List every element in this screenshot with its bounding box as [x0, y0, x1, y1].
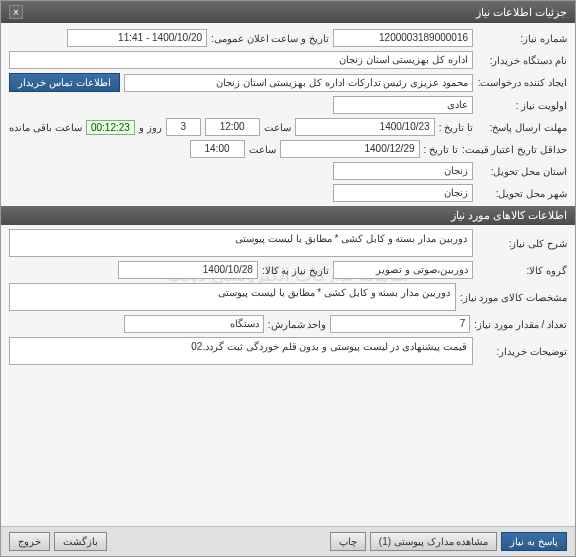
city-label: شهر محل تحویل: — [477, 188, 567, 199]
announce-field: 1400/10/20 - 11:41 — [67, 29, 207, 47]
remain-label: ساعت باقی مانده — [9, 122, 82, 133]
buyer-field: اداره کل بهزیستی استان زنجان — [9, 51, 473, 69]
province-label: استان محل تحویل: — [477, 166, 567, 177]
to-date-label-2: تا تاریخ : — [424, 144, 458, 155]
footer-bar: پاسخ به نیاز مشاهده مدارک پیوستی (1) چاپ… — [1, 526, 575, 556]
group-label: گروه کالا: — [477, 265, 567, 276]
desc-field: دوربین مدار بسته و کابل کشی * مطابق با ل… — [9, 229, 473, 257]
creator-label: ایجاد کننده درخواست: — [477, 77, 567, 88]
to-date-label: تا تاریخ : — [439, 122, 473, 133]
countdown-field: 00:12:23 — [86, 120, 135, 135]
deadline-date-field: 1400/10/23 — [295, 118, 435, 136]
validity-date-field: 1400/12/29 — [280, 140, 420, 158]
unit-label: واحد شمارش: — [268, 319, 327, 330]
dialog-window: جزئیات اطلاعات نیاز × سامانه تدارکات الک… — [0, 0, 576, 557]
back-button[interactable]: بازگشت — [54, 532, 107, 551]
validity-time-field: 14:00 — [190, 140, 245, 158]
validity-label: حداقل تاریخ اعتبار قیمت: — [462, 144, 567, 155]
creator-field: محمود عزیزی رئیس تدارکات اداره کل بهزیست… — [124, 74, 473, 92]
time-label-2: ساعت — [249, 144, 276, 155]
qty-label: تعداد / مقدار مورد نیاز: — [474, 319, 567, 330]
announce-label: تاریخ و ساعت اعلان عمومی: — [211, 33, 329, 44]
reqno-field: 1200003189000016 — [333, 29, 473, 47]
time-label-1: ساعت — [264, 122, 291, 133]
notes-label: توضیحات خریدار: — [477, 346, 567, 357]
window-title: جزئیات اطلاعات نیاز — [476, 6, 567, 19]
print-button[interactable]: چاپ — [330, 532, 366, 551]
priority-label: اولویت نیاز : — [477, 100, 567, 111]
need-date-label: تاریخ نیاز به کالا: — [262, 265, 329, 276]
close-icon[interactable]: × — [9, 5, 23, 19]
buyer-label: نام دستگاه خریدار: — [477, 55, 567, 66]
respond-button[interactable]: پاسخ به نیاز — [501, 532, 567, 551]
need-date-field: 1400/10/28 — [118, 261, 258, 279]
exit-button[interactable]: خروج — [9, 532, 50, 551]
days-field: 3 — [166, 118, 201, 136]
spec-field: دوربین مدار بسته و کابل کشی * مطابق با ل… — [9, 283, 456, 311]
city-field: زنجان — [333, 184, 473, 202]
desc-label: شرح کلی نیاز: — [477, 238, 567, 249]
deadline-time-field: 12:00 — [205, 118, 260, 136]
attachments-button[interactable]: مشاهده مدارک پیوستی (1) — [370, 532, 498, 551]
titlebar: جزئیات اطلاعات نیاز × — [1, 1, 575, 23]
section-header-goods: اطلاعات کالاهای مورد نیاز — [1, 206, 575, 225]
group-field: دوربین،صوتی و تصویر — [333, 261, 473, 279]
footer-spacer — [111, 532, 326, 551]
days-label: روز و — [139, 122, 162, 133]
contact-button[interactable]: اطلاعات تماس خریدار — [9, 73, 120, 92]
content-area: سامانه تدارکات الکترونیکی دولت شماره نیا… — [1, 23, 575, 526]
priority-field: عادی — [333, 96, 473, 114]
qty-field: 7 — [330, 315, 470, 333]
deadline-label: مهلت ارسال پاسخ: — [477, 122, 567, 133]
province-field: زنجان — [333, 162, 473, 180]
notes-field: قیمت پیشنهادی در لیست پیوستی و بدون قلم … — [9, 337, 473, 365]
spec-label: مشخصات کالای مورد نیاز: — [460, 292, 567, 303]
reqno-label: شماره نیاز: — [477, 33, 567, 44]
unit-field: دستگاه — [124, 315, 264, 333]
